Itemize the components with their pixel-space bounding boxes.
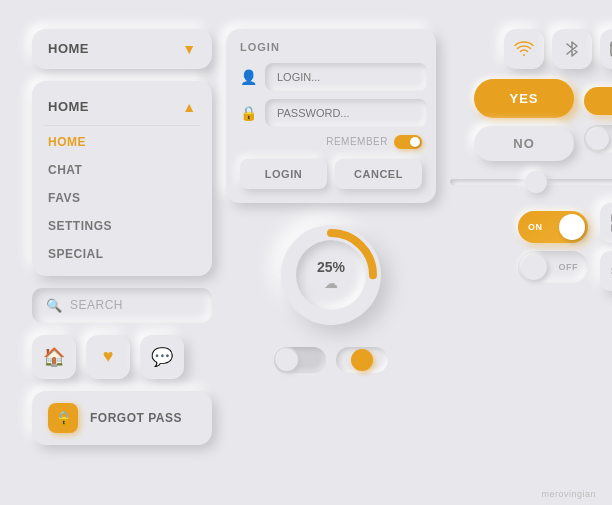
mail-icon-button[interactable]: [600, 29, 612, 69]
slider-track[interactable]: [450, 179, 612, 185]
chevron-up-icon: ▲: [182, 99, 196, 115]
search-placeholder: SEARCH: [70, 298, 123, 312]
lock-field-icon: 🔒: [240, 105, 257, 121]
username-row: 👤: [240, 63, 422, 91]
login-btn-row: LOGIN CANCEL: [240, 159, 422, 189]
progress-percent: 25%: [317, 259, 345, 275]
toggle-mid-small[interactable]: [336, 347, 388, 373]
action-icons-row: 🏠 ♥ 💬: [32, 335, 212, 379]
cloud-icon: ☁: [324, 275, 338, 291]
small-toggle-row: [226, 347, 436, 373]
remember-label: REMEMBER: [326, 136, 388, 147]
slider-thumb[interactable]: [525, 171, 547, 193]
search-icon: 🔍: [46, 298, 62, 313]
menu-item-favs[interactable]: FAVS: [32, 184, 212, 212]
on-off-toggles: ON OFF: [518, 211, 588, 283]
dropdown-collapsed-label: HOME: [48, 41, 89, 56]
heart-icon-button[interactable]: ♥: [86, 335, 130, 379]
toggle-on[interactable]: ON: [518, 211, 588, 243]
user-icon: 👤: [240, 69, 257, 85]
dropdown-collapsed[interactable]: HOME ▼: [32, 29, 212, 69]
off-label: OFF: [559, 262, 579, 272]
dropdown-header[interactable]: HOME ▲: [32, 91, 212, 123]
dropdown-header-label: HOME: [48, 99, 89, 114]
progress-section: 25% ☁: [226, 215, 436, 335]
wifi-icon-button[interactable]: [504, 29, 544, 69]
compress-button[interactable]: [600, 251, 612, 291]
chat-icon-button[interactable]: 💬: [140, 335, 184, 379]
toggle-off[interactable]: OFF: [518, 251, 588, 283]
top-icon-buttons: [450, 29, 612, 69]
progress-inner: 25% ☁: [296, 240, 366, 310]
menu-divider: [44, 125, 200, 126]
menu-item-chat[interactable]: CHAT: [32, 156, 212, 184]
menu-item-special[interactable]: SPECIAL: [32, 240, 212, 268]
progress-circle: 25% ☁: [281, 225, 381, 325]
yes-no-section: YES NO: [450, 79, 612, 161]
forgot-pass-button[interactable]: 🔒 FORGOT PASS: [32, 391, 212, 445]
login-button[interactable]: LOGIN: [240, 159, 327, 189]
expand-button[interactable]: [600, 203, 612, 243]
login-form: LOGIN 👤 🔒 REMEMBER LOGIN CANCEL: [226, 29, 436, 203]
password-input[interactable]: [265, 99, 427, 127]
dropdown-expanded: HOME ▲ HOME CHAT FAVS SETTINGS SPECIAL: [32, 81, 212, 276]
yes-button[interactable]: YES: [474, 79, 574, 118]
menu-item-settings[interactable]: SETTINGS: [32, 212, 212, 240]
bluetooth-icon-button[interactable]: [552, 29, 592, 69]
forgot-pass-label: FORGOT PASS: [90, 411, 182, 425]
remember-row: REMEMBER: [240, 135, 422, 149]
toggle-large-on[interactable]: [584, 87, 612, 115]
toggle-off-small[interactable]: [274, 347, 326, 373]
password-row: 🔒: [240, 99, 422, 127]
expand-compress: [600, 203, 612, 291]
lock-icon: 🔒: [48, 403, 78, 433]
yes-no-buttons: YES NO: [474, 79, 574, 161]
home-icon-button[interactable]: 🏠: [32, 335, 76, 379]
watermark: merovingian: [541, 489, 596, 499]
search-bar[interactable]: 🔍 SEARCH: [32, 288, 212, 323]
right-toggles: [584, 87, 612, 153]
menu-item-home[interactable]: HOME: [32, 128, 212, 156]
toggle-large-off[interactable]: [584, 125, 612, 153]
remember-toggle[interactable]: [394, 135, 422, 149]
login-input[interactable]: [265, 63, 427, 91]
on-label: ON: [528, 222, 543, 232]
slider-section: [450, 171, 612, 193]
login-title: LOGIN: [240, 41, 422, 53]
cancel-button[interactable]: CANCEL: [335, 159, 422, 189]
dropdown-items: HOME CHAT FAVS SETTINGS SPECIAL: [32, 128, 212, 268]
on-off-section: ON OFF: [450, 203, 612, 291]
chevron-down-icon: ▼: [182, 41, 196, 57]
no-button[interactable]: NO: [474, 126, 574, 161]
